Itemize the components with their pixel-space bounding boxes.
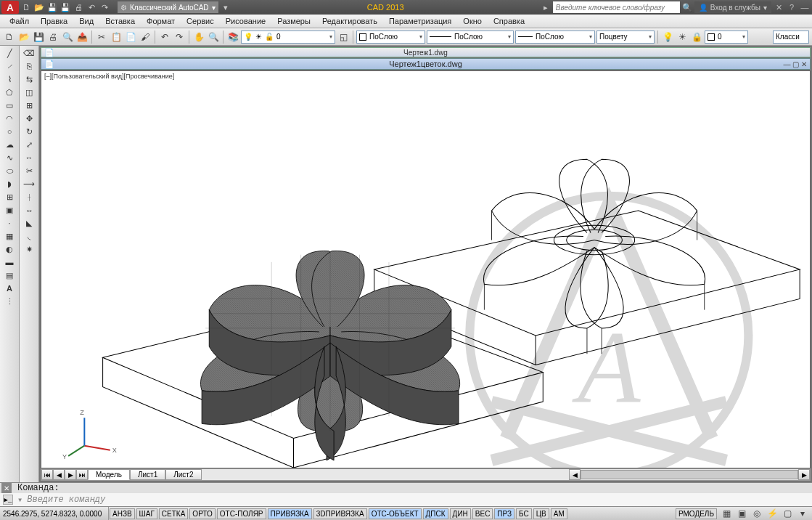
hardware-accel-icon[interactable]: ⚡: [766, 507, 779, 520]
minimize-icon[interactable]: —: [799, 1, 811, 13]
copy-icon[interactable]: 📋: [110, 31, 123, 44]
menu-edit[interactable]: Правка: [36, 16, 73, 26]
array-icon[interactable]: ⊞: [22, 99, 36, 111]
layer-prop-icon[interactable]: 📚: [226, 31, 239, 44]
hatch-icon[interactable]: ▦: [3, 230, 16, 242]
undo-icon[interactable]: ↶: [158, 31, 171, 44]
tray-dropdown-icon[interactable]: ▾: [796, 507, 809, 520]
handle-icon[interactable]: ⋮: [3, 296, 16, 307]
status-toggle-отс-объект[interactable]: ОТС-ОБЪЕКТ: [369, 508, 422, 519]
preview-icon[interactable]: 🔍: [61, 31, 74, 44]
model-viewport[interactable]: [–][Пользовательский вид][Просвечивание]…: [41, 70, 811, 468]
application-menu-button[interactable]: A: [1, 1, 19, 14]
menu-view[interactable]: Вид: [74, 16, 99, 26]
status-toggle-привязка[interactable]: ПРИВЯЗКА: [268, 508, 312, 519]
lineweight-dropdown[interactable]: ПоСлою ▾: [515, 31, 595, 44]
status-toggle-вес[interactable]: ВЕС: [472, 508, 493, 519]
scale-icon[interactable]: ⤢: [22, 139, 36, 150]
sun-icon[interactable]: ☀: [676, 31, 689, 44]
exchange-icon[interactable]: ✕: [773, 1, 784, 13]
gradient-icon[interactable]: ◐: [3, 243, 16, 255]
open-icon[interactable]: 📂: [33, 1, 45, 13]
tab-last-icon[interactable]: ⏭: [76, 469, 88, 480]
cut-icon[interactable]: ✂: [95, 31, 108, 44]
status-toggle-ам[interactable]: АМ: [551, 508, 567, 519]
explode-icon[interactable]: ✷: [22, 243, 36, 255]
print-icon[interactable]: 🖨: [46, 31, 60, 44]
redo-icon[interactable]: ↷: [173, 31, 186, 44]
move-icon[interactable]: ✥: [22, 113, 36, 124]
quick-props-icon[interactable]: ▣: [735, 507, 748, 520]
ellipse-arc-icon[interactable]: ◗: [3, 178, 16, 190]
arc-icon[interactable]: ◠: [3, 113, 16, 124]
layout-tab-model[interactable]: Модель: [88, 469, 130, 480]
status-toggle-шаг[interactable]: ШАГ: [136, 508, 157, 519]
clean-screen-icon[interactable]: ▢: [781, 507, 794, 520]
status-toggle-дпск[interactable]: ДПСК: [423, 508, 448, 519]
menu-modify[interactable]: Редактировать: [317, 16, 382, 26]
rectangle-icon[interactable]: ▭: [3, 99, 16, 111]
region-icon[interactable]: ▬: [3, 256, 16, 268]
status-toggle-сетка[interactable]: СЕТКА: [159, 508, 189, 519]
layout-tab-1[interactable]: Лист1: [130, 469, 165, 480]
status-toggle-3dпривязка[interactable]: 3DПРИВЯЗКА: [313, 508, 367, 519]
trim-icon[interactable]: ✂: [22, 165, 36, 176]
document-tab-2[interactable]: 📄 Чертеж1цветок.dwg — ▢ ✕: [41, 58, 811, 70]
layer-prev-icon[interactable]: ◱: [337, 31, 350, 44]
isolate-icon[interactable]: ◎: [750, 507, 763, 520]
table-icon[interactable]: ▤: [3, 269, 16, 281]
chevron-down-icon[interactable]: ▾: [17, 495, 22, 505]
status-toggle-бс[interactable]: БС: [516, 508, 532, 519]
new-icon[interactable]: 🗋: [20, 1, 32, 13]
line-icon[interactable]: ╱: [3, 47, 16, 59]
pan-icon[interactable]: ✋: [192, 31, 205, 44]
close-icon[interactable]: ✕: [1, 483, 12, 493]
menu-dimension[interactable]: Размеры: [272, 16, 316, 26]
copy-icon[interactable]: ⎘: [22, 60, 36, 72]
tab-first-icon[interactable]: ⏮: [41, 469, 53, 480]
grid-display-icon[interactable]: ▦: [720, 507, 733, 520]
ray-icon[interactable]: ⟋: [3, 60, 16, 72]
menu-parametric[interactable]: Параметризация: [384, 16, 456, 26]
saveas-icon[interactable]: 💾: [60, 1, 71, 13]
status-toggle-цв[interactable]: ЦВ: [533, 508, 549, 519]
undo-icon[interactable]: ↶: [86, 1, 97, 13]
fillet-icon[interactable]: ◟: [22, 230, 36, 242]
menu-window[interactable]: Окно: [458, 16, 487, 26]
mtext-icon[interactable]: A: [3, 283, 16, 294]
new-icon[interactable]: 🗋: [3, 31, 16, 44]
layer2-dropdown[interactable]: 0 ▾: [705, 31, 748, 44]
mirror-icon[interactable]: ⇆: [22, 73, 36, 85]
lightbulb-icon[interactable]: 💡: [661, 31, 674, 44]
rotate-icon[interactable]: ↻: [22, 126, 36, 137]
circle-icon[interactable]: ○: [3, 126, 16, 137]
document-tab-1[interactable]: 📄 Чертеж1.dwg: [41, 47, 811, 57]
viewport-label[interactable]: [–][Пользовательский вид][Просвечивание]: [44, 73, 174, 80]
chamfer-icon[interactable]: ◣: [22, 217, 36, 229]
zoom-icon[interactable]: 🔍: [207, 31, 220, 44]
insert-icon[interactable]: ⊞: [3, 191, 16, 203]
status-toggle-анзв[interactable]: АНЗВ: [110, 508, 135, 519]
break-icon[interactable]: ⟊: [22, 191, 36, 203]
ellipse-icon[interactable]: ⬭: [3, 165, 16, 176]
help-icon[interactable]: ?: [786, 1, 797, 13]
scroll-right-icon[interactable]: ▶: [798, 469, 810, 480]
match-icon[interactable]: 🖌: [139, 31, 152, 44]
tab-prev-icon[interactable]: ◀: [53, 469, 65, 480]
binoculars-icon[interactable]: 🔍: [681, 1, 693, 13]
command-input[interactable]: ▶_ ▾ Введите команду: [0, 493, 812, 506]
workspace2-dropdown[interactable]: Класси: [773, 31, 809, 44]
status-toggle-дин[interactable]: ДИН: [450, 508, 471, 519]
drawing-canvas[interactable]: X Y Z A: [41, 71, 810, 468]
menu-insert[interactable]: Вставка: [100, 16, 140, 26]
spline-icon[interactable]: ∿: [3, 152, 16, 163]
status-toggle-орто[interactable]: ОРТО: [189, 508, 215, 519]
pline-icon[interactable]: ⌇: [3, 73, 16, 85]
erase-icon[interactable]: ⌫: [22, 47, 36, 59]
plot-icon[interactable]: 🖨: [73, 1, 84, 13]
status-toggle-отс-поляр[interactable]: ОТС-ПОЛЯР: [217, 508, 266, 519]
offset-icon[interactable]: ◫: [22, 86, 36, 98]
revcloud-icon[interactable]: ☁: [3, 139, 16, 150]
paste-icon[interactable]: 📄: [124, 31, 137, 44]
lock-icon[interactable]: 🔒: [690, 31, 703, 44]
